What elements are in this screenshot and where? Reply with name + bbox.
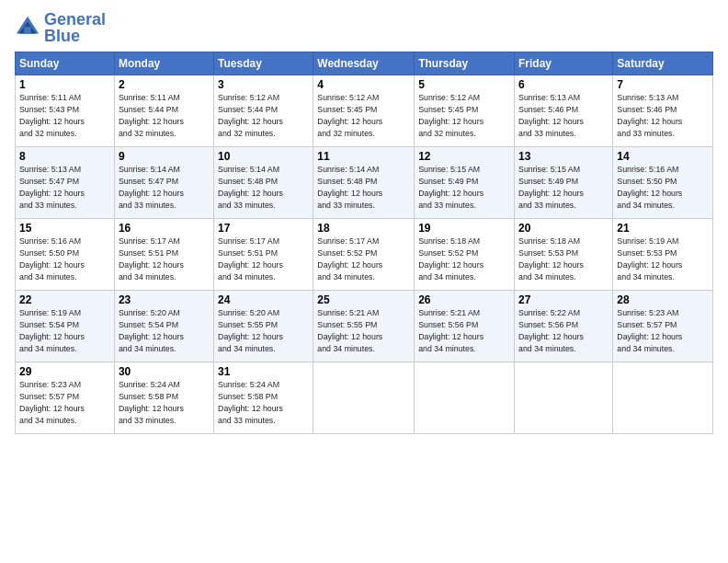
calendar-cell: 10 Sunrise: 5:14 AMSunset: 5:48 PMDaylig… (214, 147, 313, 219)
cell-info: Sunrise: 5:16 AMSunset: 5:50 PMDaylight:… (617, 165, 682, 210)
calendar-cell: 12 Sunrise: 5:15 AMSunset: 5:49 PMDaylig… (415, 147, 515, 219)
svg-rect-2 (24, 27, 30, 33)
day-header-monday: Monday (114, 52, 213, 75)
day-number: 8 (19, 150, 110, 163)
calendar-cell: 22 Sunrise: 5:19 AMSunset: 5:54 PMDaylig… (16, 291, 115, 362)
calendar-table: SundayMondayTuesdayWednesdayThursdayFrid… (15, 52, 713, 434)
week-row-3: 15 Sunrise: 5:16 AMSunset: 5:50 PMDaylig… (16, 219, 713, 291)
cell-info: Sunrise: 5:22 AMSunset: 5:56 PMDaylight:… (518, 308, 584, 353)
cell-info: Sunrise: 5:23 AMSunset: 5:57 PMDaylight:… (19, 380, 85, 425)
day-number: 1 (19, 78, 110, 91)
cell-info: Sunrise: 5:18 AMSunset: 5:53 PMDaylight:… (518, 236, 584, 282)
cell-info: Sunrise: 5:15 AMSunset: 5:49 PMDaylight:… (418, 165, 483, 210)
day-number: 27 (518, 293, 609, 306)
day-number: 19 (418, 222, 510, 235)
cell-info: Sunrise: 5:14 AMSunset: 5:48 PMDaylight:… (218, 165, 283, 210)
day-number: 24 (218, 293, 309, 306)
logo: General Blue (15, 11, 106, 44)
calendar-cell: 13 Sunrise: 5:15 AMSunset: 5:49 PMDaylig… (515, 147, 613, 219)
day-number: 18 (317, 222, 410, 235)
cell-info: Sunrise: 5:21 AMSunset: 5:55 PMDaylight:… (317, 308, 382, 353)
cell-info: Sunrise: 5:20 AMSunset: 5:55 PMDaylight:… (218, 308, 283, 353)
day-number: 26 (418, 293, 510, 306)
day-header-friday: Friday (515, 52, 613, 75)
day-number: 30 (119, 365, 210, 378)
cell-info: Sunrise: 5:12 AMSunset: 5:45 PMDaylight:… (418, 93, 483, 138)
calendar-cell: 27 Sunrise: 5:22 AMSunset: 5:56 PMDaylig… (515, 291, 613, 362)
day-number: 12 (418, 150, 510, 163)
day-number: 10 (218, 150, 309, 163)
week-row-5: 29 Sunrise: 5:23 AMSunset: 5:57 PMDaylig… (16, 362, 713, 434)
day-number: 9 (119, 150, 210, 163)
day-number: 2 (119, 78, 210, 91)
day-number: 25 (317, 293, 410, 306)
calendar-cell: 31 Sunrise: 5:24 AMSunset: 5:58 PMDaylig… (214, 362, 313, 434)
cell-info: Sunrise: 5:20 AMSunset: 5:54 PMDaylight:… (119, 308, 184, 353)
cell-info: Sunrise: 5:24 AMSunset: 5:58 PMDaylight:… (119, 380, 184, 425)
cell-info: Sunrise: 5:19 AMSunset: 5:54 PMDaylight:… (19, 308, 85, 353)
day-number: 16 (119, 222, 210, 235)
cell-info: Sunrise: 5:12 AMSunset: 5:44 PMDaylight:… (218, 93, 283, 138)
cell-info: Sunrise: 5:15 AMSunset: 5:49 PMDaylight:… (518, 165, 584, 210)
cell-info: Sunrise: 5:11 AMSunset: 5:43 PMDaylight:… (19, 93, 85, 138)
calendar-cell: 8 Sunrise: 5:13 AMSunset: 5:47 PMDayligh… (16, 147, 115, 219)
day-number: 23 (119, 293, 210, 306)
page: General Blue SundayMondayTuesdayWednesda… (0, 0, 728, 563)
calendar-cell: 26 Sunrise: 5:21 AMSunset: 5:56 PMDaylig… (415, 291, 515, 362)
calendar-cell: 6 Sunrise: 5:13 AMSunset: 5:46 PMDayligh… (515, 75, 613, 147)
calendar-cell: 25 Sunrise: 5:21 AMSunset: 5:55 PMDaylig… (313, 291, 415, 362)
calendar-cell: 28 Sunrise: 5:23 AMSunset: 5:57 PMDaylig… (613, 291, 713, 362)
day-number: 29 (19, 365, 110, 378)
calendar-cell: 17 Sunrise: 5:17 AMSunset: 5:51 PMDaylig… (214, 219, 313, 291)
cell-info: Sunrise: 5:14 AMSunset: 5:47 PMDaylight:… (119, 165, 184, 210)
calendar-cell (613, 362, 713, 434)
calendar-cell: 9 Sunrise: 5:14 AMSunset: 5:47 PMDayligh… (114, 147, 213, 219)
cell-info: Sunrise: 5:17 AMSunset: 5:51 PMDaylight:… (119, 236, 184, 282)
cell-info: Sunrise: 5:13 AMSunset: 5:47 PMDaylight:… (19, 165, 85, 210)
calendar-cell (415, 362, 515, 434)
calendar-cell: 14 Sunrise: 5:16 AMSunset: 5:50 PMDaylig… (613, 147, 713, 219)
week-row-4: 22 Sunrise: 5:19 AMSunset: 5:54 PMDaylig… (16, 291, 713, 362)
day-header-wednesday: Wednesday (313, 52, 415, 75)
calendar-cell: 2 Sunrise: 5:11 AMSunset: 5:44 PMDayligh… (114, 75, 213, 147)
day-number: 7 (617, 78, 709, 91)
day-header-saturday: Saturday (613, 52, 713, 75)
cell-info: Sunrise: 5:17 AMSunset: 5:51 PMDaylight:… (218, 236, 283, 282)
day-number: 20 (518, 222, 609, 235)
calendar-cell: 16 Sunrise: 5:17 AMSunset: 5:51 PMDaylig… (114, 219, 213, 291)
cell-info: Sunrise: 5:24 AMSunset: 5:58 PMDaylight:… (218, 380, 283, 425)
day-header-sunday: Sunday (16, 52, 115, 75)
day-number: 22 (19, 293, 110, 306)
day-number: 28 (617, 293, 709, 306)
week-row-1: 1 Sunrise: 5:11 AMSunset: 5:43 PMDayligh… (16, 75, 713, 147)
calendar-cell: 21 Sunrise: 5:19 AMSunset: 5:53 PMDaylig… (613, 219, 713, 291)
calendar-cell: 20 Sunrise: 5:18 AMSunset: 5:53 PMDaylig… (515, 219, 613, 291)
calendar-cell (515, 362, 613, 434)
header: General Blue (15, 11, 713, 44)
calendar-cell: 19 Sunrise: 5:18 AMSunset: 5:52 PMDaylig… (415, 219, 515, 291)
header-row: SundayMondayTuesdayWednesdayThursdayFrid… (16, 52, 713, 75)
cell-info: Sunrise: 5:11 AMSunset: 5:44 PMDaylight:… (119, 93, 184, 138)
calendar-cell: 15 Sunrise: 5:16 AMSunset: 5:50 PMDaylig… (16, 219, 115, 291)
day-header-tuesday: Tuesday (214, 52, 313, 75)
week-row-2: 8 Sunrise: 5:13 AMSunset: 5:47 PMDayligh… (16, 147, 713, 219)
cell-info: Sunrise: 5:21 AMSunset: 5:56 PMDaylight:… (418, 308, 483, 353)
day-number: 31 (218, 365, 309, 378)
day-number: 15 (19, 222, 110, 235)
cell-info: Sunrise: 5:17 AMSunset: 5:52 PMDaylight:… (317, 236, 382, 282)
calendar-cell: 1 Sunrise: 5:11 AMSunset: 5:43 PMDayligh… (16, 75, 115, 147)
calendar-cell: 29 Sunrise: 5:23 AMSunset: 5:57 PMDaylig… (16, 362, 115, 434)
day-number: 4 (317, 78, 410, 91)
logo-icon (15, 15, 40, 40)
cell-info: Sunrise: 5:18 AMSunset: 5:52 PMDaylight:… (418, 236, 483, 282)
logo-text: General Blue (44, 11, 106, 44)
cell-info: Sunrise: 5:19 AMSunset: 5:53 PMDaylight:… (617, 236, 682, 282)
cell-info: Sunrise: 5:23 AMSunset: 5:57 PMDaylight:… (617, 308, 682, 353)
cell-info: Sunrise: 5:12 AMSunset: 5:45 PMDaylight:… (317, 93, 382, 138)
day-number: 14 (617, 150, 709, 163)
day-number: 5 (418, 78, 510, 91)
day-number: 21 (617, 222, 709, 235)
cell-info: Sunrise: 5:14 AMSunset: 5:48 PMDaylight:… (317, 165, 382, 210)
day-number: 13 (518, 150, 609, 163)
day-number: 3 (218, 78, 309, 91)
